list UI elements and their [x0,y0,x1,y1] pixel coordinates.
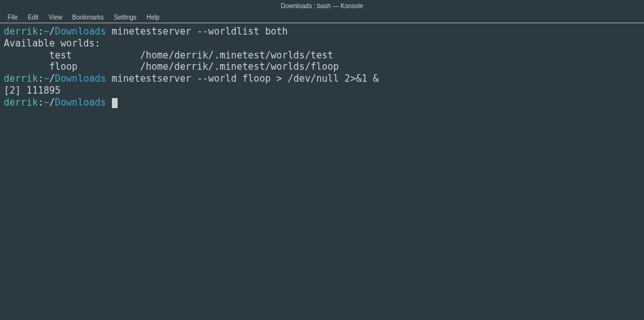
command-2: minetestserver --world floop > /dev/null… [112,73,379,84]
prompt-user: derrik [4,73,38,84]
cursor-block [112,98,118,108]
window-title: Downloads : bash — Konsole [280,3,363,9]
prompt-line-2: derrik:~/Downloads minetestserver --worl… [4,73,379,84]
prompt-line-1: derrik:~/Downloads minetestserver --worl… [4,26,288,37]
output-line-1: Available worlds: [4,38,101,49]
prompt-pathsep: / [49,97,55,108]
menu-edit[interactable]: Edit [23,13,43,22]
command-1: minetestserver --worldlist both [112,26,288,37]
prompt-sep: : [38,26,43,37]
menu-bar: File Edit View Bookmarks Settings Help [0,11,644,23]
terminal-area[interactable]: derrik:~/Downloads minetestserver --worl… [0,23,644,111]
window-title-bar: Downloads : bash — Konsole [0,0,644,11]
prompt-path: Downloads [55,97,106,108]
output-line-4: [2] 111895 [4,85,60,96]
menu-settings[interactable]: Settings [109,13,142,22]
menu-file[interactable]: File [3,13,23,22]
output-line-3: floop /home/derrik/.minetest/worlds/floo… [4,61,339,72]
prompt-user: derrik [4,97,38,108]
prompt-line-3: derrik:~/Downloads [4,97,118,108]
prompt-sep: : [38,73,43,84]
prompt-path: Downloads [55,26,106,37]
prompt-sep: : [38,97,43,108]
prompt-pathsep: / [49,26,55,37]
menu-help[interactable]: Help [142,13,165,22]
prompt-tilde: ~ [43,26,49,37]
prompt-tilde: ~ [43,97,49,108]
prompt-user: derrik [4,26,38,37]
menu-bookmarks[interactable]: Bookmarks [67,13,109,22]
menu-view[interactable]: View [43,13,67,22]
prompt-pathsep: / [49,73,55,84]
prompt-tilde: ~ [43,73,49,84]
prompt-path: Downloads [55,73,106,84]
output-line-2: test /home/derrik/.minetest/worlds/test [4,50,333,61]
